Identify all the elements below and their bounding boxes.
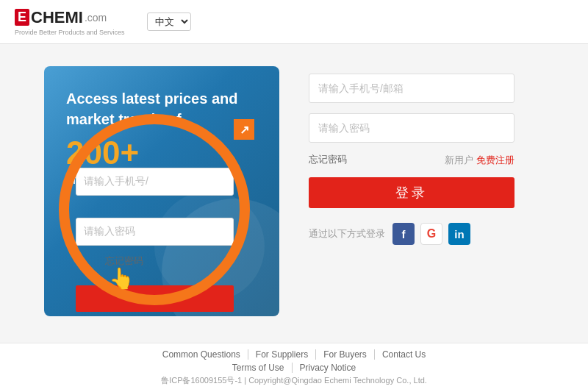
footer-link-questions[interactable]: Common Questions [155, 349, 248, 360]
footer-link-buyers[interactable]: For Buyers [315, 349, 374, 360]
facebook-login-icon[interactable]: f [392, 223, 415, 245]
footer-link-contact[interactable]: Contact Us [374, 349, 433, 360]
footer-links: Common Questions For Suppliers For Buyer… [15, 349, 573, 360]
panel-number: 200+ [66, 135, 257, 171]
footer-copyright: 鲁ICP备16009155号-1 | Copyright@Qingdao Ech… [15, 375, 573, 386]
new-user-text: 新用户 免费注册 [445, 153, 514, 167]
password-input[interactable] [309, 113, 514, 143]
header: E CHEMI .com Provide Better Products and… [0, 0, 588, 44]
zoom-phone-input: 请输入手机号/ [76, 168, 234, 196]
language-select[interactable]: 中文 [147, 13, 191, 31]
zoom-login-btn [76, 285, 234, 312]
footer-privacy-link[interactable]: Privacy Notice [292, 363, 364, 373]
google-login-icon[interactable]: G [420, 223, 442, 245]
phone-input[interactable] [309, 74, 514, 103]
phone-field-group [309, 74, 544, 103]
social-icons: f G in [392, 223, 470, 245]
linkedin-login-icon[interactable]: in [448, 223, 470, 245]
footer: Common Questions For Suppliers For Buyer… [0, 343, 588, 392]
social-login: 通过以下方式登录 f G in [309, 223, 514, 245]
logo-e-badge: E [15, 9, 29, 26]
logo-chemi-text: CHEMI [31, 8, 83, 27]
social-label: 通过以下方式登录 [309, 227, 385, 240]
forgot-password-link[interactable]: 忘记密码 [309, 153, 347, 167]
form-links: 忘记密码 新用户 免费注册 [309, 153, 514, 167]
footer-link-suppliers[interactable]: For Suppliers [248, 349, 315, 360]
logo-dot-com: .com [85, 12, 107, 24]
login-button[interactable]: 登录 [309, 177, 514, 208]
logo-tagline: Provide Better Products and Services [15, 29, 125, 36]
zoom-password-input: 请输入密码 [76, 218, 234, 246]
arrow-indicator: ↗ [234, 119, 254, 140]
arrow-icon: ↗ [240, 123, 249, 137]
register-link[interactable]: 免费注册 [476, 154, 514, 165]
password-field-group [309, 113, 544, 143]
logo-main: E CHEMI .com [15, 8, 125, 27]
hand-cursor-icon: 👆 [109, 266, 135, 291]
footer-terms-link[interactable]: Terms of Use [225, 363, 292, 373]
footer-bottom-links: Terms of Use Privacy Notice [15, 363, 573, 373]
login-form: 忘记密码 新用户 免费注册 登录 通过以下方式登录 f G in [309, 66, 544, 316]
logo-area: E CHEMI .com Provide Better Products and… [15, 8, 125, 36]
panel-title: Access latest prices and market trends o… [66, 88, 257, 129]
